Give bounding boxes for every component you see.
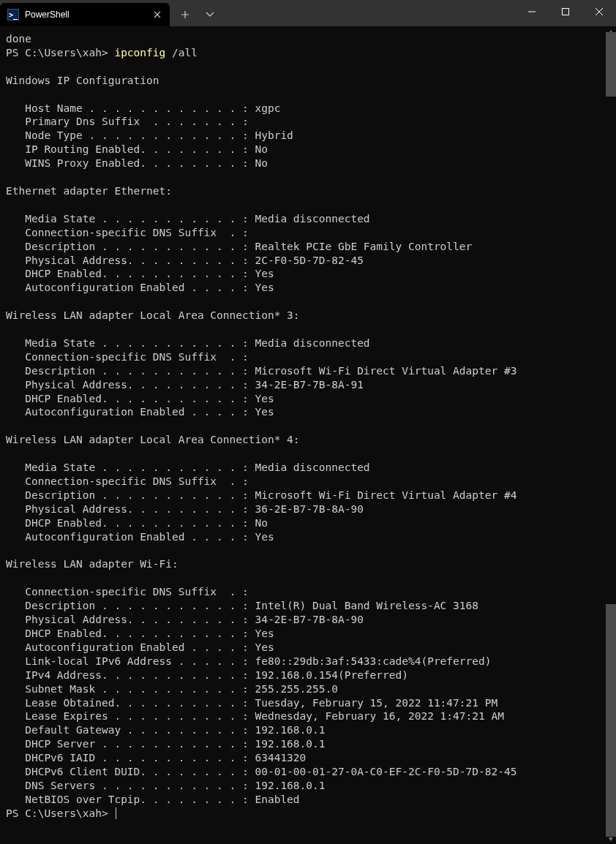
powershell-icon: >_ [7,9,19,20]
tab-close-button[interactable] [151,8,164,21]
output-line: Physical Address. . . . . . . . . : 36-2… [6,503,364,515]
scrollbar-thumb[interactable] [606,604,616,837]
scroll-down-icon[interactable]: ▼ [606,834,616,844]
output-line: Node Type . . . . . . . . . . . . : Hybr… [6,129,293,141]
output-line: NetBIOS over Tcpip. . . . . . . . : Enab… [6,794,300,805]
command-arg: /all [165,47,198,59]
output-line: Description . . . . . . . . . . . : Micr… [6,489,517,501]
tab-title: PowerShell [25,10,151,20]
output-line: DHCP Enabled. . . . . . . . . . . : Yes [6,393,274,404]
svg-rect-0 [563,9,569,15]
output-line: IP Routing Enabled. . . . . . . . : No [6,143,268,155]
window-controls [515,0,616,23]
output-line: DHCP Enabled. . . . . . . . . . . : Yes [6,268,274,279]
minimize-button[interactable] [515,0,549,23]
command-name: ipconfig [114,47,165,59]
prompt: PS C:\Users\xah> [6,807,114,819]
output-line: Autoconfiguration Enabled . . . . : Yes [6,641,274,653]
output-line: Media State . . . . . . . . . . . : Medi… [6,461,370,473]
output-line: DHCPv6 Client DUID. . . . . . . . : 00-0… [6,766,517,777]
section-header: Wireless LAN adapter Local Area Connecti… [6,309,300,321]
output-line: WINS Proxy Enabled. . . . . . . . : No [6,157,268,169]
output-line: Subnet Mask . . . . . . . . . . . : 255.… [6,683,338,695]
tab-powershell[interactable]: >_ PowerShell [0,3,170,26]
output-line: Lease Expires . . . . . . . . . . : Wedn… [6,710,504,722]
section-header: Wireless LAN adapter Local Area Connecti… [6,434,300,445]
output-line: Primary Dns Suffix . . . . . . . : [6,116,249,127]
maximize-button[interactable] [549,0,582,23]
output-line: Physical Address. . . . . . . . . : 2C-F… [6,255,364,266]
scrollbar-thumb[interactable] [606,32,616,97]
prompt: PS C:\Users\xah> [6,47,114,59]
output-line: Default Gateway . . . . . . . . . : 192.… [6,724,326,736]
output-line: done [6,33,31,45]
output-line: Physical Address. . . . . . . . . : 34-2… [6,379,364,391]
output-line: Autoconfiguration Enabled . . . . : Yes [6,531,274,543]
tab-actions [173,3,222,26]
new-tab-button[interactable] [173,3,198,26]
terminal-output[interactable]: done PS C:\Users\xah> ipconfig /all Wind… [0,26,616,844]
section-header: Windows IP Configuration [6,75,159,86]
output-line: Description . . . . . . . . . . . : Real… [6,241,472,252]
section-header: Wireless LAN adapter Wi-Fi: [6,558,179,570]
tab-dropdown-button[interactable] [198,3,222,26]
title-bar: >_ PowerShell [0,0,616,26]
output-line: Lease Obtained. . . . . . . . . . : Tues… [6,697,497,709]
output-line: DHCP Enabled. . . . . . . . . . . : Yes [6,628,274,639]
close-button[interactable] [582,0,616,23]
output-line: DHCP Enabled. . . . . . . . . . . : No [6,517,268,529]
scrollbar[interactable]: ▲ ▼ [606,26,616,844]
output-line: Connection-specific DNS Suffix . : [6,227,249,238]
output-line: DHCPv6 IAID . . . . . . . . . . . : 6344… [6,752,306,764]
output-line: Connection-specific DNS Suffix . : [6,586,249,598]
output-line: Autoconfiguration Enabled . . . . : Yes [6,282,274,293]
output-line: Description . . . . . . . . . . . : Micr… [6,365,517,377]
output-line: DHCP Server . . . . . . . . . . . : 192.… [6,738,326,750]
output-line: Media State . . . . . . . . . . . : Medi… [6,337,370,349]
output-line: Autoconfiguration Enabled . . . . : Yes [6,406,274,418]
cursor [116,807,116,819]
tab-strip: >_ PowerShell [0,0,222,26]
output-line: DNS Servers . . . . . . . . . . . : 192.… [6,780,326,791]
output-line: Physical Address. . . . . . . . . : 34-2… [6,614,364,625]
output-line: Connection-specific DNS Suffix . : [6,475,249,487]
output-line: Connection-specific DNS Suffix . : [6,351,249,363]
section-header: Ethernet adapter Ethernet: [6,185,172,197]
output-line: Link-local IPv6 Address . . . . . : fe80… [6,655,491,667]
output-line: IPv4 Address. . . . . . . . . . . : 192.… [6,669,408,681]
output-line: Media State . . . . . . . . . . . : Medi… [6,213,370,225]
output-line: Description . . . . . . . . . . . : Inte… [6,600,478,611]
output-line: Host Name . . . . . . . . . . . . : xgpc [6,102,280,114]
